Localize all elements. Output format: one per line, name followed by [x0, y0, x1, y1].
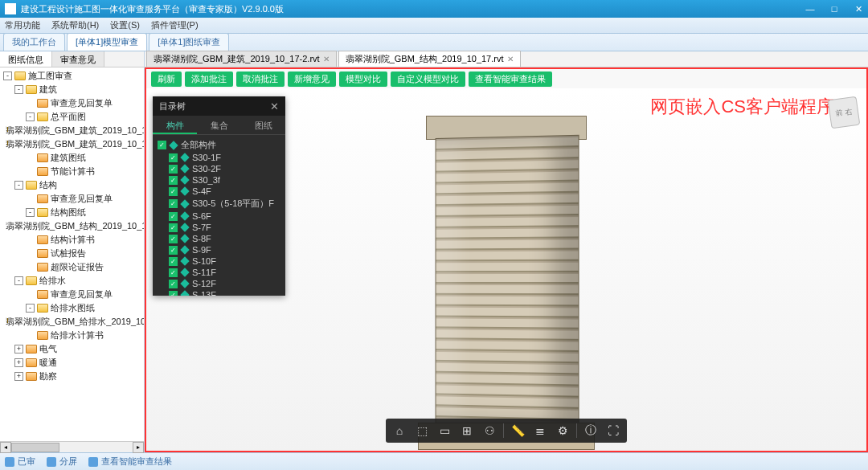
tree-node[interactable]: 翡翠湖别院_GBM_结构_2019_10_17.r [2, 219, 142, 233]
directory-item[interactable]: ✓S-7F [158, 222, 280, 233]
checkbox-icon[interactable]: ✓ [169, 235, 178, 243]
document-tab[interactable]: 翡翠湖别院_GBM_结构_2019_10_17.rvt✕ [338, 51, 521, 67]
tree-node[interactable]: 审查意见回复单 [2, 288, 142, 301]
tree-node[interactable]: 结构计算书 [2, 233, 142, 247]
directory-tab-0[interactable]: 构件 [153, 116, 197, 134]
scroll-thumb[interactable] [11, 443, 59, 452]
tree-node[interactable]: 翡翠湖别院_GBM_建筑_2019_10_17.r [2, 124, 142, 137]
directory-item[interactable]: ✓S30-2F [158, 163, 280, 174]
left-subtab-1[interactable]: 审查意见 [52, 51, 104, 67]
checkbox-icon[interactable]: ✓ [169, 291, 178, 296]
collapse-icon[interactable]: - [14, 181, 23, 190]
tree-node[interactable]: 试桩报告 [2, 247, 142, 260]
directory-item[interactable]: ✓S-13F [158, 289, 280, 296]
collapse-icon[interactable]: - [26, 208, 35, 217]
tree-node[interactable]: 翡翠湖别院_GBM_建筑_2019_10_1 [2, 137, 142, 151]
directory-item[interactable]: ✓S-9F [158, 244, 280, 255]
directory-item[interactable]: ✓S-4F [158, 186, 280, 197]
collapse-icon[interactable]: - [26, 304, 35, 313]
frame-icon[interactable]: ⬚ [413, 422, 431, 439]
scroll-right-icon[interactable]: ▸ [133, 442, 144, 453]
menu-settings[interactable]: 设置(S) [110, 19, 140, 31]
directory-root[interactable]: ✓全部构件 [158, 138, 280, 152]
tree-node[interactable]: 审查意见回复单 [2, 96, 142, 110]
layers-icon[interactable]: ≣ [531, 422, 549, 439]
collapse-icon[interactable]: - [14, 85, 23, 94]
checkbox-icon[interactable]: ✓ [169, 268, 178, 277]
tree-node[interactable]: +暖通 [2, 356, 142, 370]
person-icon[interactable]: ⚇ [481, 422, 498, 439]
tree-node[interactable]: 建筑图纸 [2, 151, 142, 165]
directory-close-icon[interactable]: ✕ [270, 100, 279, 112]
action-button-6[interactable]: 查看智能审查结果 [469, 72, 552, 87]
tree-node[interactable]: 翡翠湖别院_GBM_给排水_2019_10_1 [2, 315, 142, 329]
project-tree[interactable]: -施工图审查-建筑审查意见回复单-总平面图翡翠湖别院_GBM_建筑_2019_1… [0, 67, 144, 441]
walk-icon[interactable]: ⊞ [458, 422, 476, 439]
action-button-2[interactable]: 取消批注 [236, 72, 285, 87]
document-tab[interactable]: 翡翠湖别院_GBM_建筑_2019_10_17-2.rvt✕ [146, 51, 337, 67]
tree-h-scrollbar[interactable]: ◂ ▸ [0, 441, 144, 452]
checkbox-icon[interactable]: ✓ [169, 280, 178, 288]
directory-item[interactable]: ✓S30-1F [158, 152, 280, 163]
checkbox-icon[interactable]: ✓ [169, 153, 178, 162]
checkbox-icon[interactable]: ✓ [169, 199, 178, 208]
directory-panel[interactable]: 目录树 ✕ 构件集合图纸 ✓全部构件✓S30-1F✓S30-2F✓S30_3f✓… [153, 96, 285, 296]
directory-tab-2[interactable]: 图纸 [241, 116, 285, 134]
tree-node[interactable]: -总平面图 [2, 110, 142, 124]
action-button-0[interactable]: 刷新 [151, 72, 182, 87]
tree-node[interactable]: -建筑 [2, 83, 142, 96]
directory-item[interactable]: ✓S-6F [158, 210, 280, 222]
checkbox-icon[interactable]: ✓ [169, 257, 178, 266]
collapse-icon[interactable]: - [3, 72, 12, 80]
action-button-1[interactable]: 添加批注 [185, 72, 233, 87]
info-icon[interactable]: ⓘ [582, 422, 600, 439]
action-button-3[interactable]: 新增意见 [288, 72, 336, 87]
collapse-icon[interactable]: - [26, 112, 35, 121]
directory-list[interactable]: ✓全部构件✓S30-1F✓S30-2F✓S30_3f✓S-4F✓S30-5（5-… [153, 135, 285, 296]
section-icon[interactable]: ▭ [436, 422, 453, 439]
tree-node[interactable]: -给排水 [2, 274, 142, 288]
tree-node[interactable]: 给排水计算书 [2, 329, 142, 342]
checkbox-icon[interactable]: ✓ [158, 141, 166, 149]
minimize-button[interactable]: — [805, 4, 815, 14]
menu-common[interactable]: 常用功能 [5, 19, 40, 31]
top-tab-1[interactable]: [单体1]模型审查 [67, 33, 147, 51]
top-tab-2[interactable]: [单体1]图纸审查 [149, 33, 229, 51]
viewer-3d[interactable]: 目录树 ✕ 构件集合图纸 ✓全部构件✓S30-1F✓S30-2F✓S30_3f✓… [146, 88, 866, 451]
checkbox-icon[interactable]: ✓ [169, 187, 178, 196]
menu-help[interactable]: 系统帮助(H) [51, 19, 99, 31]
scroll-track[interactable] [11, 442, 133, 453]
checkbox-icon[interactable]: ✓ [169, 223, 178, 232]
checkbox-icon[interactable]: ✓ [169, 176, 178, 185]
tree-node[interactable]: -结构图纸 [2, 206, 142, 219]
status-item-1[interactable]: 分屏 [47, 456, 77, 468]
menu-plugins[interactable]: 插件管理(P) [151, 19, 199, 31]
tree-node[interactable]: -给排水图纸 [2, 301, 142, 315]
fullscreen-icon[interactable]: ⛶ [604, 422, 622, 439]
tree-node[interactable]: 节能计算书 [2, 165, 142, 178]
top-tab-0[interactable]: 我的工作台 [3, 33, 65, 51]
tree-node[interactable]: -施工图审查 [2, 69, 142, 83]
maximize-button[interactable]: □ [829, 4, 839, 14]
expand-icon[interactable]: + [14, 358, 23, 367]
directory-item[interactable]: ✓S-10F [158, 255, 280, 267]
settings-icon[interactable]: ⚙ [554, 422, 571, 439]
status-item-2[interactable]: 查看智能审查结果 [88, 456, 172, 468]
tree-node[interactable]: +电气 [2, 342, 142, 356]
left-subtab-0[interactable]: 图纸信息 [0, 51, 52, 67]
checkbox-icon[interactable]: ✓ [169, 246, 178, 255]
directory-item[interactable]: ✓S30_3f [158, 174, 280, 186]
status-item-0[interactable]: 已审 [5, 456, 35, 468]
expand-icon[interactable]: + [14, 372, 23, 381]
building-model[interactable] [418, 112, 595, 450]
close-icon[interactable]: ✕ [323, 55, 330, 63]
close-button[interactable]: ✕ [854, 4, 863, 14]
expand-icon[interactable]: + [14, 345, 23, 354]
tree-node[interactable]: 超限论证报告 [2, 260, 142, 274]
action-button-5[interactable]: 自定义模型对比 [391, 72, 465, 87]
directory-item[interactable]: ✓S-12F [158, 278, 280, 289]
action-button-4[interactable]: 模型对比 [339, 72, 387, 87]
checkbox-icon[interactable]: ✓ [169, 212, 178, 221]
checkbox-icon[interactable]: ✓ [169, 165, 178, 174]
tree-node[interactable]: +勘察 [2, 370, 142, 383]
